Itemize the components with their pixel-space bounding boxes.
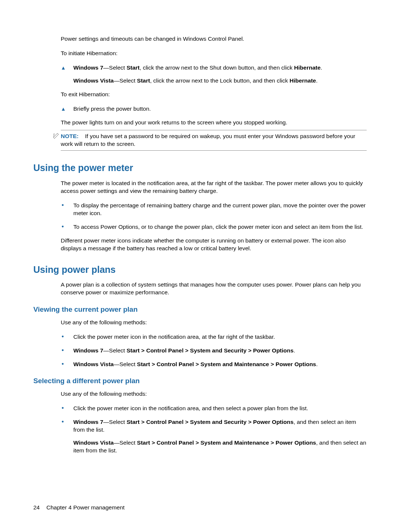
plain-text: .	[321, 64, 322, 71]
bullet-text: To access Power Options, or to change th…	[73, 224, 363, 230]
step-sub-vista: Windows Vista—Select Start, click the ar…	[73, 77, 367, 85]
hibernate-initiate-steps: Windows 7—Select Start, click the arrow …	[61, 64, 367, 85]
page-number: 24	[33, 504, 40, 512]
chapter-label: Chapter 4 Power management	[46, 504, 124, 511]
sec2-body: A power plan is a collection of system s…	[61, 281, 367, 297]
bold-text: Start	[127, 64, 140, 71]
bold-text: Windows Vista	[73, 361, 114, 367]
bold-text: Windows Vista	[73, 77, 114, 84]
note-callout: NOTE: If you have set a password to be r…	[61, 130, 367, 151]
sec1-bullets: To display the percentage of remaining b…	[61, 202, 367, 231]
intro-p2: To initiate Hibernation:	[61, 50, 367, 57]
plain-text: —Select	[103, 419, 127, 425]
intro-p1: Power settings and timeouts can be chang…	[61, 35, 367, 43]
step-initiate-hibernate: Windows 7—Select Start, click the arrow …	[61, 64, 367, 85]
hibernate-exit-steps: Briefly press the power button.	[61, 105, 367, 113]
sec4-body: Use any of the following methods: Click …	[61, 390, 367, 455]
list-item: Windows 7—Select Start > Control Panel >…	[61, 418, 367, 455]
bold-text: Windows 7	[73, 419, 103, 425]
list-item: Windows Vista—Select Start > Control Pan…	[61, 361, 367, 368]
bullet-text: Click the power meter icon in the notifi…	[73, 405, 308, 411]
bullet-text: Click the power meter icon in the notifi…	[73, 334, 275, 340]
sec4-p1: Use any of the following methods:	[61, 390, 367, 398]
bold-text: Windows Vista	[73, 439, 114, 446]
bold-text: Start > Control Panel > System and Secur…	[127, 419, 294, 425]
list-item: Click the power meter icon in the notifi…	[61, 405, 367, 412]
list-item: To access Power Options, or to change th…	[61, 223, 367, 231]
heading-view-plan: Viewing the current power plan	[33, 305, 367, 314]
document-page: Power settings and timeouts can be chang…	[0, 0, 400, 532]
list-item: To display the percentage of remaining b…	[61, 202, 367, 217]
heading-power-plans: Using power plans	[33, 264, 367, 276]
bold-text: Start > Control Panel > System and Maint…	[137, 361, 316, 367]
bold-text: Start	[137, 77, 150, 84]
bold-text: Windows 7	[73, 64, 103, 71]
plain-text: —Select	[114, 439, 137, 446]
heading-power-meter: Using the power meter	[33, 162, 367, 174]
intro-block: Power settings and timeouts can be chang…	[61, 35, 367, 151]
sec3-p1: Use any of the following methods:	[61, 319, 367, 327]
step-text: Windows 7—Select Start, click the arrow …	[73, 64, 322, 71]
step-exit-hibernate: Briefly press the power button.	[61, 105, 367, 113]
sec3-bullets: Click the power meter icon in the notifi…	[61, 333, 367, 368]
sec4-bullets: Click the power meter icon in the notifi…	[61, 405, 367, 455]
plain-text: .	[294, 347, 295, 354]
plain-text: .	[316, 361, 318, 367]
heading-select-plan: Selecting a different power plan	[33, 376, 367, 386]
bullet-text: Windows 7—Select Start > Control Panel >…	[73, 419, 356, 433]
note-body: If you have set a password to be require…	[61, 133, 355, 147]
intro-p4: The power lights turn on and your work r…	[61, 119, 367, 127]
bullet-text: To display the percentage of remaining b…	[73, 202, 366, 216]
sec1-p2: Different power meter icons indicate whe…	[61, 237, 367, 252]
step-text: Briefly press the power button.	[73, 106, 151, 112]
bold-text: Hibernate	[290, 77, 316, 84]
plain-text: .	[316, 77, 317, 84]
note-icon	[53, 133, 59, 141]
list-item: Windows 7—Select Start > Control Panel >…	[61, 347, 367, 355]
plain-text: , click the arrow next to the Lock butto…	[150, 77, 290, 84]
plain-text: —Select	[114, 361, 137, 367]
page-footer: 24Chapter 4 Power management	[33, 504, 124, 512]
bold-text: Hibernate	[294, 64, 321, 71]
bullet-sub-vista: Windows Vista—Select Start > Control Pan…	[73, 439, 367, 455]
sec1-p1: The power meter is located in the notifi…	[61, 180, 367, 195]
plain-text: —Select	[103, 64, 127, 71]
sec1-body: The power meter is located in the notifi…	[61, 180, 367, 252]
intro-p3: To exit Hibernation:	[61, 91, 367, 98]
plain-text: —Select	[114, 77, 137, 84]
list-item: Click the power meter icon in the notifi…	[61, 333, 367, 341]
sec2-p1: A power plan is a collection of system s…	[61, 281, 367, 297]
sec3-body: Use any of the following methods: Click …	[61, 319, 367, 368]
plain-text: —Select	[103, 347, 127, 354]
bold-text: Start > Control Panel > System and Maint…	[137, 439, 316, 446]
plain-text: , click the arrow next to the Shut down …	[140, 64, 294, 71]
note-label: NOTE:	[61, 133, 79, 139]
bold-text: Windows 7	[73, 347, 103, 354]
bold-text: Start > Control Panel > System and Secur…	[127, 347, 294, 354]
